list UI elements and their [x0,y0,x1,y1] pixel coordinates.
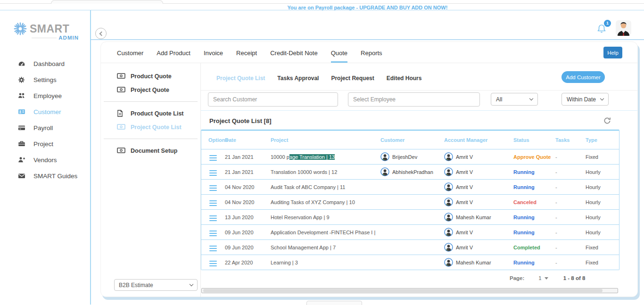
back-button[interactable] [95,28,107,39]
tab-customer[interactable]: Customer [117,49,143,63]
page-label: Page: [510,275,524,281]
user-avatar-icon [444,167,453,176]
upgrade-banner[interactable]: You are on Payroll package - UPGRADE AND… [0,4,644,10]
project-quote-table: Options Date Project Customer Account Ma… [201,130,619,270]
menu-item-product-quote[interactable]: Product Quote [101,69,200,83]
help-button[interactable]: Help [603,47,622,58]
page-number-value: 1 [538,275,541,281]
tab-credit-debit-note[interactable]: Credit-Debit Note [270,49,317,63]
dashboard-icon [18,60,25,67]
row-options-button[interactable] [208,154,218,162]
estimate-type-value: B2B Estimate [119,282,153,289]
date-filter-select[interactable]: Within Date [561,93,609,106]
row-tasks: - [551,199,579,205]
sidebar-item-employee[interactable]: Employee [0,88,90,104]
search-customer-input[interactable] [208,92,338,107]
type-filter-value: All [496,96,502,103]
menu-item-document-setup[interactable]: Document Setup [101,144,200,157]
user-avatar-icon [444,213,453,222]
row-date: 04 Nov 2020 [221,199,259,205]
row-date: 21 Jan 2021 [221,154,259,160]
sidebar-item-label: Settings [33,76,57,83]
gear-icon [18,76,25,83]
row-tasks: - [551,214,579,220]
sidebar-item-smart-guides[interactable]: SMART Guides [0,168,90,184]
row-status: Completed [513,245,540,250]
row-options-button[interactable] [208,214,218,223]
manager-name: Amrit V [456,199,473,205]
app-page: You are on Payroll package - UPGRADE AND… [0,0,644,305]
row-project: Auditing Tasks of XYZ Company | 10 [259,199,377,205]
money-bill-icon [117,147,125,154]
user-avatar-icon [444,198,453,206]
user-avatar-icon [444,152,453,161]
row-options-button[interactable] [208,259,218,268]
money-bill-icon [117,124,125,131]
module-tabs: Customer Add Product Invoice Receipt Cre… [101,42,637,63]
sidebar-item-project[interactable]: Project [0,136,90,152]
row-customer: BrijeshDev [380,152,438,161]
tab-receipt[interactable]: Receipt [236,49,257,63]
type-filter-select[interactable]: All [491,93,538,106]
row-options-button[interactable] [208,184,218,192]
sidebar-nav: Dashboard Settings Employee Customer Pay… [0,56,90,184]
table-header: Options Date Project Customer Account Ma… [201,131,619,149]
main-sidebar: SMART ADMIN Dashboard Settings [0,10,91,305]
page-number-select[interactable]: 1 [538,275,548,281]
menu-item-project-quote-list[interactable]: Project Quote List [101,120,200,134]
row-options-button[interactable] [208,169,218,177]
row-account-manager: Amrit V [444,182,504,191]
menu-item-project-quote[interactable]: Project Quote [101,83,200,97]
row-options-button[interactable] [208,244,218,253]
select-employee-input[interactable] [348,92,480,107]
notification-count-badge: 1 [604,20,611,27]
chevron-left-icon [99,31,104,36]
logo-admin-text: ADMIN [58,35,79,41]
row-tasks: - [551,230,579,235]
subtab-project-quote-list[interactable]: Project Quote List [216,75,265,82]
user-avatar[interactable] [616,20,631,36]
add-customer-button[interactable]: Add Customer [561,71,605,83]
sidebar-item-customer[interactable]: Customer [0,104,90,120]
sidebar-item-settings[interactable]: Settings [0,72,90,88]
sidebar-item-label: Customer [33,108,61,115]
col-type: Type [579,137,620,143]
tab-invoice[interactable]: Invoice [204,49,223,63]
caret-down-icon [545,277,548,280]
menu-item-product-quote-list[interactable]: Product Quote List [101,107,200,120]
row-project: 10000 page Translation | 13 [259,154,377,160]
smart-admin-logo: SMART ADMIN [13,21,79,41]
tab-quote[interactable]: Quote [331,49,347,63]
quote-side-menu: Product Quote Project Quote Product Quot… [101,63,201,297]
envelope-icon [18,172,25,180]
sidebar-item-dashboard[interactable]: Dashboard [0,56,90,72]
tab-add-product[interactable]: Add Product [157,49,190,63]
row-account-manager: Amrit V [444,152,504,161]
row-status: Approve Quote (1) [513,154,551,160]
user-avatar-icon [380,167,389,176]
estimate-type-select[interactable]: B2B Estimate [114,279,198,291]
refresh-button[interactable] [603,116,611,125]
notifications-button[interactable]: 1 [596,23,608,36]
main-area: 1 Customer Add Product [91,10,644,305]
row-status: Running [513,169,535,175]
subtab-edited-hours[interactable]: Edited Hours [387,75,422,82]
row-options-button[interactable] [208,229,218,238]
sidebar-item-label: Project [33,140,53,148]
manager-name: Mahesh Kumar [456,214,491,220]
row-options-button[interactable] [208,199,218,207]
sidebar-item-payroll[interactable]: Payroll [0,120,90,136]
subtab-tasks-approval[interactable]: Tasks Approval [277,75,319,82]
sidebar-item-vendors[interactable]: Vendors [0,152,90,168]
subtab-project-request[interactable]: Project Request [331,75,374,82]
scrollbar-thumb[interactable] [203,289,603,292]
manager-name: Amrit V [456,230,473,235]
table-row: 09 Jun 2020 Application Development -FIN… [201,224,619,239]
pagination: Page: 1 1 - 8 of 8 [510,275,585,281]
col-tasks: Tasks [551,137,579,143]
top-strip [0,0,644,4]
row-project: Application Development -FINTECH Phase I… [259,230,377,235]
row-type: Hourly [579,230,620,235]
top-header-bar: 1 [91,10,644,40]
tab-reports[interactable]: Reports [361,49,382,63]
